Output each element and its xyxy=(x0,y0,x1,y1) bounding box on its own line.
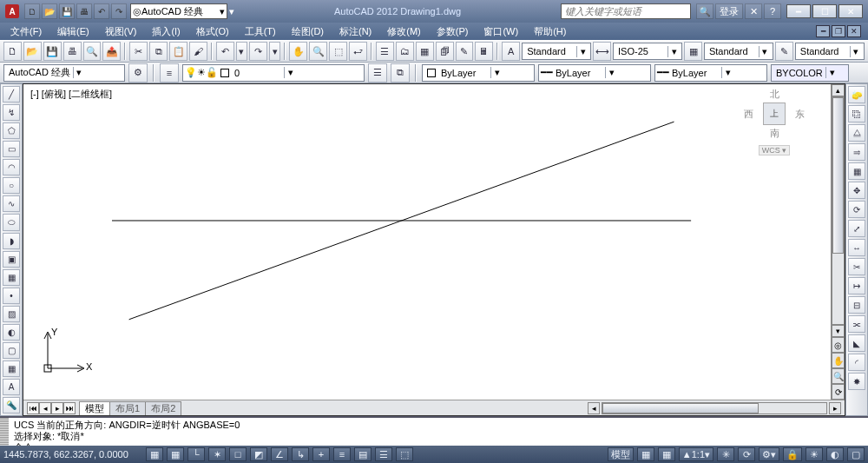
explode-icon[interactable]: ✸ xyxy=(848,373,865,390)
print-icon[interactable]: 🖶 xyxy=(63,42,82,61)
table-style-combo[interactable]: Standard▾ xyxy=(704,43,773,60)
lineweight-combo[interactable]: ━━ByLayer▾ xyxy=(654,64,767,82)
dim-style-combo[interactable]: ISO-25▾ xyxy=(613,43,682,60)
redo-menu-icon[interactable]: ▾ xyxy=(269,42,280,61)
quickview2-icon[interactable]: ▦ xyxy=(658,447,675,461)
hardware-icon[interactable]: ☀ xyxy=(806,447,823,461)
tab-next-icon[interactable]: ▸ xyxy=(51,402,63,414)
qp-button[interactable]: ☰ xyxy=(375,447,392,461)
ellipse-arc-icon[interactable]: ◗ xyxy=(3,233,20,249)
addsel-icon[interactable]: 🔦 xyxy=(3,397,20,413)
otrack-button[interactable]: ∠ xyxy=(271,447,288,461)
horizontal-scrollbar[interactable]: ◂ ▸ xyxy=(588,402,841,414)
menu-draw[interactable]: 绘图(D) xyxy=(288,25,327,38)
properties-icon[interactable]: ☰ xyxy=(376,42,394,61)
search-icon[interactable]: 🔍 xyxy=(696,3,713,19)
extend-icon[interactable]: ↦ xyxy=(848,277,865,294)
scroll-thumb[interactable] xyxy=(602,403,759,413)
trim-icon[interactable]: ✂ xyxy=(848,258,865,275)
scroll-track[interactable] xyxy=(832,96,845,325)
toolbar-lock-icon[interactable]: 🔒 xyxy=(783,447,802,461)
exchange-icon[interactable]: ✕ xyxy=(745,3,762,19)
close-button[interactable]: ✕ xyxy=(838,4,863,18)
doc-minimize-button[interactable]: ━ xyxy=(816,25,830,37)
copy-icon[interactable]: ⧉ xyxy=(149,42,168,61)
stretch-icon[interactable]: ↔ xyxy=(848,239,865,256)
annovis-icon[interactable]: ✳ xyxy=(717,447,734,461)
grid-button[interactable]: ▦ xyxy=(167,447,184,461)
menu-help[interactable]: 帮助(H) xyxy=(530,25,569,38)
open-icon[interactable]: 📂 xyxy=(42,3,57,19)
nav-wheel-icon[interactable]: ◎ xyxy=(832,337,845,353)
ducs-button[interactable]: ↳ xyxy=(292,447,309,461)
scroll-left-icon[interactable]: ◂ xyxy=(588,402,600,414)
layer-tool-icon[interactable]: ☰ xyxy=(368,63,387,83)
menu-edit[interactable]: 编辑(E) xyxy=(54,25,93,38)
join-icon[interactable]: ⫘ xyxy=(848,315,865,333)
layer-props-icon[interactable]: ≡ xyxy=(160,63,179,83)
undo-menu-icon[interactable]: ▾ xyxy=(236,42,247,61)
redo-icon[interactable]: ↷ xyxy=(111,3,127,19)
snap-button[interactable]: ▦ xyxy=(146,447,163,461)
text-style-icon[interactable]: A xyxy=(502,42,520,61)
polygon-icon[interactable]: ⬠ xyxy=(3,122,20,139)
tp-icon[interactable]: ▦ xyxy=(416,42,434,61)
annoauto-icon[interactable]: ⟳ xyxy=(738,447,755,461)
menu-window[interactable]: 窗口(W) xyxy=(480,25,522,38)
search-input[interactable] xyxy=(561,3,691,19)
ssm-icon[interactable]: 🗐 xyxy=(436,42,454,61)
ortho-button[interactable]: └ xyxy=(187,447,205,461)
table-style-icon[interactable]: ▦ xyxy=(684,42,702,61)
polar-button[interactable]: ✶ xyxy=(208,447,226,461)
layer-tool2-icon[interactable]: ⧉ xyxy=(391,63,410,83)
layer-combo[interactable]: 💡 ☀ 🔓 0 ▾ xyxy=(182,64,365,82)
insert-icon[interactable]: ▣ xyxy=(3,251,20,268)
tab-last-icon[interactable]: ⏭ xyxy=(63,402,76,414)
menu-insert[interactable]: 插入(I) xyxy=(148,25,183,38)
pline-icon[interactable]: ↯ xyxy=(3,104,20,121)
ws-settings-icon[interactable]: ⚙ xyxy=(128,63,148,83)
gradient-icon[interactable]: ◐ xyxy=(3,324,20,341)
scroll-down-icon[interactable]: ▾ xyxy=(832,325,845,337)
match-icon[interactable]: 🖌 xyxy=(189,42,207,61)
sc-button[interactable]: ⬚ xyxy=(396,447,413,461)
coordinates[interactable]: 1445.7873, 662.3267, 0.0000 xyxy=(3,449,142,460)
model-button[interactable]: 模型 xyxy=(608,447,634,461)
publish-icon[interactable]: 📤 xyxy=(102,42,121,61)
array-icon[interactable]: ▦ xyxy=(848,162,865,180)
spline-icon[interactable]: ∿ xyxy=(3,195,20,212)
tab-first-icon[interactable]: ⏮ xyxy=(27,402,39,414)
save-icon[interactable]: 💾 xyxy=(43,42,62,61)
scroll-thumb[interactable] xyxy=(832,97,844,254)
zoom-rt-icon[interactable]: 🔍 xyxy=(309,42,327,61)
cut-icon[interactable]: ✂ xyxy=(129,42,148,61)
menu-dimension[interactable]: 标注(N) xyxy=(336,25,375,38)
rotate-icon[interactable]: ⟳ xyxy=(848,201,865,218)
quickview-icon[interactable]: ▦ xyxy=(637,447,654,461)
block-icon[interactable]: ▦ xyxy=(3,269,20,286)
workspace-combo[interactable]: AutoCAD 经典▾ xyxy=(3,64,125,82)
ws-switch-icon[interactable]: ⚙▾ xyxy=(759,447,779,461)
undo-icon[interactable]: ↶ xyxy=(216,42,234,61)
region-icon[interactable]: ▢ xyxy=(3,342,20,359)
ml-style-icon[interactable]: ✎ xyxy=(775,42,793,61)
preview-icon[interactable]: 🔍 xyxy=(83,42,102,61)
pan-icon[interactable]: ✋ xyxy=(289,42,307,61)
dim-style-icon[interactable]: ⟷ xyxy=(593,42,611,61)
menu-file[interactable]: 文件(F) xyxy=(7,25,45,38)
offset-icon[interactable]: ⥤ xyxy=(848,143,865,161)
menu-format[interactable]: 格式(O) xyxy=(193,25,233,38)
mirror-icon[interactable]: ⧋ xyxy=(848,124,865,142)
rectangle-icon[interactable]: ▭ xyxy=(3,141,20,157)
open-icon[interactable]: 📂 xyxy=(23,42,42,61)
move-icon[interactable]: ✥ xyxy=(848,182,865,199)
scroll-track[interactable] xyxy=(602,402,827,414)
tab-layout2[interactable]: 布局2 xyxy=(145,401,181,415)
redo-icon[interactable]: ↷ xyxy=(249,42,267,61)
break-icon[interactable]: ⊟ xyxy=(848,296,865,314)
tab-prev-icon[interactable]: ◂ xyxy=(39,402,51,414)
chamfer-icon[interactable]: ◣ xyxy=(848,334,865,352)
login-button[interactable]: 登录 xyxy=(715,3,743,19)
line-icon[interactable]: ╱ xyxy=(3,86,20,103)
osnap-button[interactable]: □ xyxy=(229,447,247,461)
